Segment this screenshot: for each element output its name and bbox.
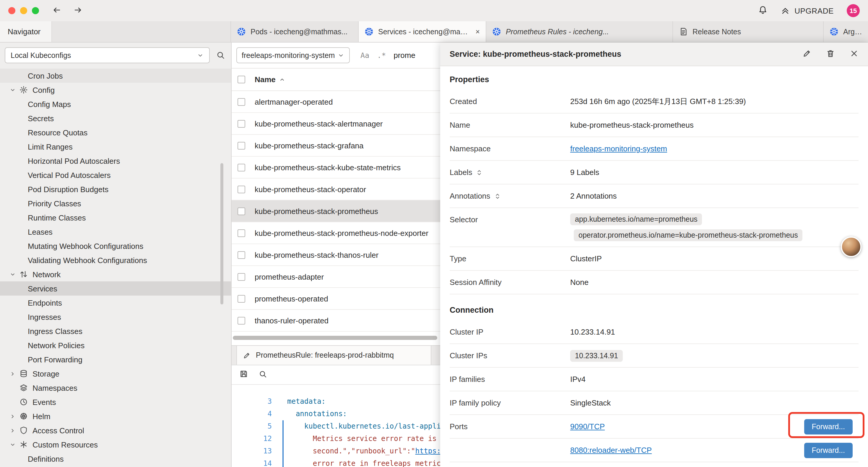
sidebar-item-events[interactable]: Events — [0, 395, 231, 409]
network-icon — [20, 270, 32, 279]
sidebar-item-access-control[interactable]: Access Control — [0, 423, 231, 437]
created-row: Created 253d 16h 6m ago (2025年1月13日 GMT+… — [450, 90, 859, 114]
match-case-icon[interactable]: Aa — [361, 51, 369, 60]
close-drawer-button[interactable] — [850, 49, 859, 59]
column-header-name[interactable]: Name — [255, 75, 286, 84]
chevron-down-icon — [9, 441, 20, 448]
sidebar-item-network[interactable]: Network — [0, 267, 231, 282]
port-forward-button[interactable]: Forward... — [804, 442, 852, 458]
port-link[interactable]: 9090/TCP — [570, 422, 605, 431]
sidebar-item-ingresses[interactable]: Ingresses — [0, 310, 231, 324]
kubeconfig-select-value: Local Kubeconfigs — [11, 51, 71, 59]
tab-release-notes[interactable]: Release Notes — [673, 21, 824, 42]
notifications-bell-button[interactable] — [758, 5, 767, 16]
namespace-filter-select[interactable]: freeleaps-monitoring-system — [236, 47, 350, 63]
close-tab-icon[interactable]: × — [475, 28, 480, 36]
code-segment: kubectl.kubernetes.io/last-applied-co — [287, 422, 462, 430]
service-name: kube-prometheus-stack-thanos-ruler — [255, 250, 378, 259]
select-all-checkbox[interactable] — [238, 76, 245, 83]
upgrade-button[interactable]: UPGRADE — [780, 6, 834, 16]
port-forward-button[interactable]: Forward... — [804, 419, 852, 434]
sidebar-item-config[interactable]: Config — [0, 83, 231, 97]
sidebar-item-leases[interactable]: Leases — [0, 225, 231, 239]
sidebar-item-config-maps[interactable]: Config Maps — [0, 97, 231, 111]
row-checkbox[interactable] — [238, 142, 245, 149]
sidebar-item-services[interactable]: Services — [0, 282, 231, 296]
sidebar-item-custom-resources[interactable]: Custom Resources — [0, 437, 231, 451]
line-number: 3 — [231, 396, 281, 408]
editor-search-button[interactable] — [259, 370, 267, 380]
namespace-link[interactable]: freeleaps-monitoring-system — [570, 144, 667, 153]
service-name: kube-prometheus-stack-operator — [255, 185, 366, 194]
custom-resources-icon — [20, 440, 32, 449]
row-checkbox[interactable] — [238, 98, 245, 106]
dock-tab-prometheusrule[interactable]: PrometheusRule: freeleaps-prod-rabbitmq — [236, 346, 431, 365]
sidebar-item-limit-ranges[interactable]: Limit Ranges — [0, 140, 231, 154]
row-checkbox[interactable] — [238, 295, 245, 302]
row-checkbox[interactable] — [238, 185, 245, 193]
row-checkbox[interactable] — [238, 164, 245, 171]
chevron-down-icon — [9, 87, 20, 93]
regex-icon[interactable]: .* — [377, 51, 386, 60]
row-checkbox[interactable] — [238, 317, 245, 324]
minimize-window-button[interactable] — [20, 7, 27, 14]
row-checkbox[interactable] — [238, 120, 245, 127]
kubeconfig-select[interactable]: Local Kubeconfigs — [5, 47, 210, 63]
row-checkbox[interactable] — [238, 229, 245, 237]
tab-bar: Navigator Pods - icecheng@mathmas... Ser… — [0, 21, 868, 42]
sidebar-search-button[interactable] — [216, 51, 225, 60]
sidebar-item-network-policies[interactable]: Network Policies — [0, 338, 231, 352]
sidebar-item-storage[interactable]: Storage — [0, 367, 231, 381]
edit-button[interactable] — [802, 49, 811, 59]
sidebar-item-secrets[interactable]: Secrets — [0, 111, 231, 125]
notification-count-badge[interactable]: 15 — [847, 4, 860, 17]
forward-button[interactable] — [73, 5, 83, 16]
expand-toggle-icon[interactable] — [476, 169, 483, 176]
sidebar-item-mutating-webhook-configurations[interactable]: Mutating Webhook Configurations — [0, 239, 231, 253]
sidebar-item-resource-quotas[interactable]: Resource Quotas — [0, 125, 231, 140]
sidebar-item-cron-jobs[interactable]: Cron Jobs — [0, 68, 231, 83]
sidebar-item-vertical-pod-autoscalers[interactable]: Vertical Pod Autoscalers — [0, 168, 231, 182]
name-value: kube-prometheus-stack-prometheus — [570, 121, 859, 129]
sidebar-item-horizontal-pod-autoscalers[interactable]: Horizontal Pod Autoscalers — [0, 154, 231, 168]
tab-services[interactable]: Services - icecheng@math... × — [359, 21, 486, 42]
config-icon — [20, 86, 32, 94]
sidebar-item-endpoints[interactable]: Endpoints — [0, 296, 231, 310]
sidebar-item-helm[interactable]: Helm — [0, 409, 231, 423]
sidebar-item-priority-classes[interactable]: Priority Classes — [0, 196, 231, 210]
maximize-window-button[interactable] — [32, 7, 39, 14]
tab-pods[interactable]: Pods - icecheng@mathmas... — [231, 21, 359, 42]
sidebar-scrollbar-thumb[interactable] — [220, 163, 223, 304]
row-checkbox[interactable] — [238, 251, 245, 259]
horizontal-scrollbar-thumb[interactable] — [233, 336, 437, 340]
sidebar-item-namespaces[interactable]: Namespaces — [0, 381, 231, 395]
labels-row: Labels 9 Labels — [450, 161, 859, 184]
sidebar-item-validating-webhook-configurations[interactable]: Validating Webhook Configurations — [0, 253, 231, 267]
session-affinity-row: Session Affinity None — [450, 271, 859, 294]
line-number: 4 — [231, 408, 281, 420]
tab-argo[interactable]: Argo Se — [824, 21, 868, 42]
sidebar-item-definitions[interactable]: Definitions — [0, 451, 231, 466]
code-segment: second.","runbook_url":" — [287, 447, 415, 455]
sidebar-item-pod-disruption-budgets[interactable]: Pod Disruption Budgets — [0, 182, 231, 196]
tab-prometheus-rules[interactable]: Prometheus Rules - icecheng... — [486, 21, 673, 42]
row-checkbox[interactable] — [238, 207, 245, 215]
code-segment: annotations: — [287, 410, 347, 418]
port-link[interactable]: 8080:reloader-web/TCP — [570, 446, 652, 455]
close-window-button[interactable] — [8, 7, 16, 14]
connection-heading: Connection — [450, 294, 859, 320]
release-notes-icon — [679, 27, 688, 36]
search-input[interactable]: Aa .* prome — [361, 51, 415, 60]
sidebar-item-port-forwarding[interactable]: Port Forwarding — [0, 352, 231, 367]
delete-button[interactable] — [826, 49, 835, 59]
search-query: prome — [394, 51, 415, 60]
avatar[interactable] — [841, 236, 862, 257]
sidebar-item-runtime-classes[interactable]: Runtime Classes — [0, 210, 231, 225]
sidebar-item-ingress-classes[interactable]: Ingress Classes — [0, 324, 231, 338]
ports-row: 8080:reloader-web/TCP Forward... — [450, 439, 859, 462]
back-button[interactable] — [52, 5, 61, 16]
expand-toggle-icon[interactable] — [494, 193, 501, 200]
save-button[interactable] — [239, 370, 248, 380]
row-checkbox[interactable] — [238, 273, 245, 281]
service-name: kube-prometheus-stack-prometheus — [255, 207, 378, 215]
